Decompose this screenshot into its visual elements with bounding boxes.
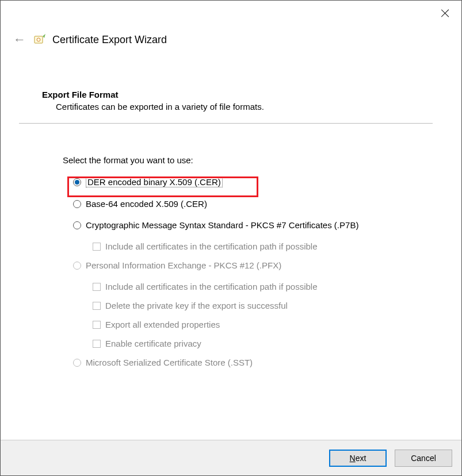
radio-icon (73, 359, 81, 367)
radio-sst-label: Microsoft Serialized Certificate Store (… (86, 358, 253, 367)
checkbox-icon (93, 243, 101, 251)
wizard-icon (33, 33, 47, 47)
section-title: Export File Format (42, 90, 433, 99)
checkbox-icon (93, 302, 101, 310)
radio-pfx: Personal Information Exchange - PKCS #12… (73, 260, 433, 270)
section-desc: Certificates can be exported in a variet… (56, 102, 433, 112)
cancel-button-label: Cancel (411, 454, 436, 463)
prompt-text: Select the format you want to use: (63, 155, 433, 165)
checkbox-pfx-ext: Export all extended properties (93, 320, 433, 329)
radio-sst: Microsoft Serialized Certificate Store (… (73, 358, 433, 367)
checkbox-pfx-delkey-label: Delete the private key if the export is … (105, 301, 288, 310)
svg-rect-0 (35, 36, 43, 43)
separator (19, 123, 433, 124)
next-button[interactable]: Next (329, 450, 387, 467)
checkbox-p7b-include: Include all certificates in the certific… (93, 241, 433, 251)
radio-der-label: DER encoded binary X.509 (.CER) (86, 176, 223, 187)
wizard-header: ← Certificate Export Wizard (13, 33, 449, 47)
checkbox-icon (93, 321, 101, 329)
format-options: Select the format you want to use: DER e… (63, 155, 433, 367)
radio-p7b-label: Cryptographic Message Syntax Standard - … (86, 220, 358, 230)
checkbox-icon (93, 340, 101, 348)
checkbox-pfx-include-label: Include all certificates in the certific… (105, 282, 318, 291)
next-button-label: Next (350, 454, 366, 463)
checkbox-icon (93, 283, 101, 291)
cancel-button[interactable]: Cancel (395, 450, 452, 467)
wizard-title: Certificate Export Wizard (52, 34, 167, 46)
radio-icon (73, 221, 81, 229)
checkbox-pfx-priv: Enable certificate privacy (93, 339, 433, 348)
radio-icon (73, 200, 81, 208)
radio-icon (73, 178, 81, 186)
checkbox-pfx-ext-label: Export all extended properties (105, 320, 220, 329)
radio-icon (73, 262, 81, 270)
radio-pfx-label: Personal Information Exchange - PKCS #12… (86, 260, 281, 270)
radio-base64-label: Base-64 encoded X.509 (.CER) (86, 199, 207, 209)
radio-p7b[interactable]: Cryptographic Message Syntax Standard - … (73, 220, 433, 230)
radio-base64[interactable]: Base-64 encoded X.509 (.CER) (73, 199, 433, 209)
footer: Next Cancel (1, 440, 461, 475)
checkbox-pfx-priv-label: Enable certificate privacy (105, 339, 201, 348)
radio-der[interactable]: DER encoded binary X.509 (.CER) (73, 176, 433, 187)
checkbox-pfx-include: Include all certificates in the certific… (93, 282, 433, 291)
back-arrow-icon[interactable]: ← (13, 33, 26, 46)
checkbox-p7b-include-label: Include all certificates in the certific… (105, 241, 318, 251)
content-area: Export File Format Certificates can be e… (42, 90, 433, 379)
close-icon[interactable] (441, 9, 450, 18)
checkbox-pfx-delkey: Delete the private key if the export is … (93, 301, 433, 310)
